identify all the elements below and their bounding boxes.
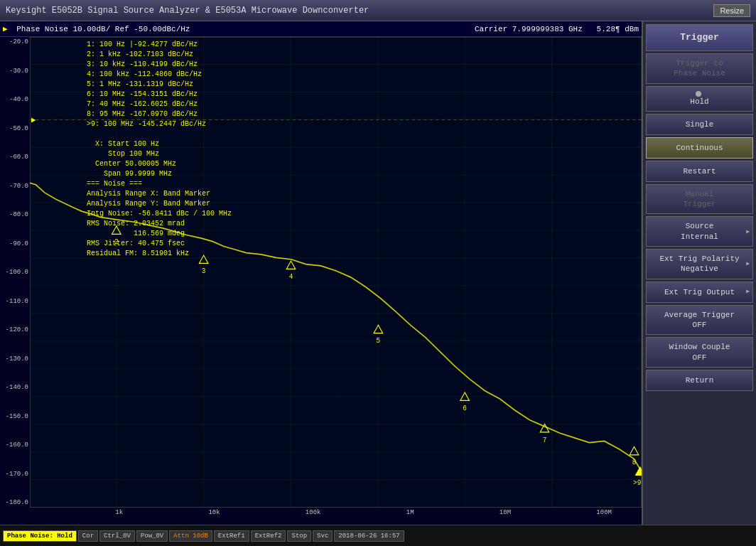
hold-button[interactable]: Hold (646, 86, 753, 112)
main-layout: ▶ Phase Noise 10.00dB/ Ref -50.00dBc/Hz … (0, 21, 756, 525)
window-couple-button[interactable]: Window CoupleOFF (646, 337, 753, 368)
restart-button[interactable]: Restart (646, 161, 753, 182)
pow-status: Pow_0V (136, 530, 168, 542)
datetime-status: 2018-06-26 16:57 (334, 530, 404, 542)
graph-container: -20.0 -30.0 -40.0 -50.0 -60.0 -70.0 -80.… (0, 37, 642, 508)
trigger-button[interactable]: Trigger (646, 24, 753, 51)
manual-trigger-button[interactable]: ManualTrigger (646, 184, 753, 215)
return-button[interactable]: Return (646, 370, 753, 391)
resize-button[interactable]: Resize (713, 4, 750, 17)
svg-text:>9: >9 (633, 479, 641, 487)
extref1-status: ExtRef1 (214, 530, 249, 542)
y-axis: -20.0 -30.0 -40.0 -50.0 -60.0 -70.0 -80.… (0, 37, 30, 508)
svg-text:4: 4 (289, 273, 293, 281)
chart-header: ▶ Phase Noise 10.00dB/ Ref -50.00dBc/Hz … (0, 21, 642, 37)
carrier-info: Carrier 7.999999383 GHz 5.28¶ dBm (475, 25, 639, 33)
trigger-to-phase-noise-button[interactable]: Trigger toPhase Noise (646, 53, 753, 84)
average-trigger-button[interactable]: Average TriggerOFF (646, 305, 753, 336)
svg-text:7: 7 (543, 436, 547, 444)
chart-area: ▶ Phase Noise 10.00dB/ Ref -50.00dBc/Hz … (0, 21, 642, 525)
svg-text:6: 6 (463, 405, 467, 412)
hold-indicator (696, 91, 701, 97)
graph-inner: 2 3 4 5 6 7 (30, 37, 642, 508)
right-panel: Trigger Trigger toPhase Noise Hold Singl… (642, 21, 756, 525)
chart-title: ▶ Phase Noise 10.00dB/ Ref -50.00dBc/Hz (3, 24, 190, 33)
single-button[interactable]: Single (646, 114, 753, 135)
ext-trig-polarity-button[interactable]: Ext Trig PolarityNegative (646, 249, 753, 279)
bottom-status-bar: Phase Noise: Hold Cor Ctrl_0V Pow_0V Att… (0, 525, 756, 546)
stop-status: Stop (287, 530, 311, 542)
continuous-button[interactable]: Continuous (646, 137, 753, 159)
phase-noise-status: Phase Noise: Hold (3, 530, 77, 542)
svg-rect-4 (30, 37, 642, 508)
ctrl-status: Ctrl_0V (99, 530, 135, 542)
svc-status: Svc (313, 530, 333, 542)
graph-svg: 2 3 4 5 6 7 (30, 37, 642, 508)
extref2-status: ExtRef2 (251, 530, 286, 542)
app-title: Keysight E5052B Signal Source Analyzer &… (6, 6, 369, 16)
ext-trig-output-button[interactable]: Ext Trig Output (646, 282, 753, 303)
svg-text:▶: ▶ (31, 115, 36, 124)
cor-status: Cor (78, 530, 98, 542)
svg-text:8: 8 (632, 459, 637, 466)
source-internal-button[interactable]: SourceInternal (646, 216, 753, 247)
attn-status: Attn 10dB (169, 530, 212, 542)
title-bar: Keysight E5052B Signal Source Analyzer &… (0, 0, 756, 21)
svg-text:3: 3 (202, 267, 206, 275)
x-axis: 1k 10k 100k 1M 10M 100M (0, 508, 642, 525)
svg-text:5: 5 (377, 337, 381, 345)
svg-text:2: 2 (114, 238, 119, 246)
